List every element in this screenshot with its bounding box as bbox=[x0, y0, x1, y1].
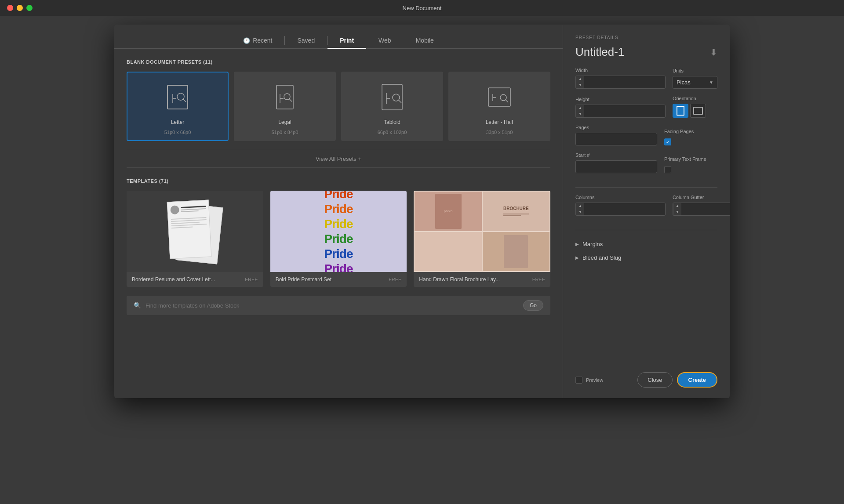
width-spinner[interactable]: ▲ ▼ bbox=[576, 76, 584, 88]
column-gutter-down[interactable]: ▼ bbox=[673, 209, 681, 215]
columns-spinner[interactable]: ▲ ▼ bbox=[576, 203, 584, 215]
search-icon: 🔍 bbox=[134, 302, 141, 309]
facing-pages-checkbox-group: ✓ bbox=[664, 138, 717, 145]
column-gutter-up[interactable]: ▲ bbox=[673, 203, 681, 209]
margins-collapsible[interactable]: ▶ Margins bbox=[575, 237, 717, 251]
width-up[interactable]: ▲ bbox=[576, 76, 584, 82]
svg-line-12 bbox=[506, 100, 508, 102]
columns-input[interactable]: 1 bbox=[584, 203, 665, 215]
pages-input[interactable]: 1 bbox=[576, 133, 657, 145]
preset-card-letter-half[interactable]: Letter - Half 33p0 x 51p0 bbox=[448, 72, 550, 141]
template-card-pride[interactable]: Pride Pride Pride Pride Pride Pride Bold… bbox=[270, 191, 407, 287]
form-group-height: Height ▲ ▼ 66p0 bbox=[575, 97, 666, 118]
preset-grid: Letter 51p0 x 66p0 bbox=[127, 72, 550, 141]
right-panel: PRESET DETAILS Untitled-1 ⬇ Width ▲ ▼ 51… bbox=[563, 25, 730, 398]
new-document-dialog: 🕐 Recent Saved Print Web Mobile bbox=[114, 25, 730, 398]
height-label: Height bbox=[575, 97, 666, 102]
preset-size-letter-half: 33p0 x 51p0 bbox=[486, 130, 513, 135]
tab-mobile[interactable]: Mobile bbox=[404, 33, 446, 48]
view-all-presets-button[interactable]: View All Presets + bbox=[127, 150, 550, 168]
save-preset-icon[interactable]: ⬇ bbox=[710, 47, 717, 58]
preset-title-row: Untitled-1 ⬇ bbox=[575, 45, 717, 59]
search-input[interactable] bbox=[146, 302, 519, 309]
template-card-resume[interactable]: Bordered Resume and Cover Lett... FREE bbox=[127, 191, 263, 287]
form-row-pages-facing: Pages 1 Facing Pages ✓ bbox=[575, 125, 717, 145]
bleed-slug-arrow-icon: ▶ bbox=[575, 255, 579, 260]
svg-rect-1 bbox=[167, 85, 188, 109]
preset-icon-legal bbox=[267, 80, 302, 115]
preset-card-letter[interactable]: Letter 51p0 x 66p0 bbox=[127, 72, 229, 141]
form-group-primary-text: Primary Text Frame bbox=[664, 156, 717, 173]
form-row-height-orientation: Height ▲ ▼ 66p0 Orientation bbox=[575, 96, 717, 118]
form-group-start: Start # 1 bbox=[575, 152, 657, 173]
preset-size-legal: 51p0 x 84p0 bbox=[272, 130, 298, 135]
height-down[interactable]: ▼ bbox=[576, 111, 584, 117]
search-go-button[interactable]: Go bbox=[523, 300, 543, 311]
column-gutter-spinner[interactable]: ▲ ▼ bbox=[673, 203, 681, 215]
title-bar: New Document bbox=[0, 0, 844, 16]
preset-label-tabloid: Tabloid bbox=[384, 119, 400, 125]
columns-down[interactable]: ▼ bbox=[576, 209, 584, 215]
divider-2 bbox=[575, 230, 717, 230]
preset-card-tabloid[interactable]: Tabloid 66p0 x 102p0 bbox=[341, 72, 443, 141]
width-label: Width bbox=[575, 68, 666, 73]
columns-up[interactable]: ▲ bbox=[576, 203, 584, 209]
bleed-slug-collapsible[interactable]: ▶ Bleed and Slug bbox=[575, 251, 717, 265]
create-button[interactable]: Create bbox=[677, 372, 717, 388]
portrait-icon bbox=[677, 106, 684, 116]
column-gutter-input[interactable]: 1p0 bbox=[681, 203, 730, 215]
content-area: BLANK DOCUMENT PRESETS (11) bbox=[114, 49, 563, 398]
tab-web[interactable]: Web bbox=[366, 33, 404, 48]
maximize-window-button[interactable] bbox=[26, 5, 33, 11]
template-footer-pride: Bold Pride Postcard Set FREE bbox=[270, 272, 407, 287]
preset-icon-letter bbox=[160, 80, 195, 115]
bleed-slug-label: Bleed and Slug bbox=[582, 254, 621, 261]
bottom-actions: Preview Close Create bbox=[575, 362, 717, 388]
template-name-floral: Hand Drawn Floral Brochure Lay... bbox=[419, 276, 500, 283]
minimize-window-button[interactable] bbox=[17, 5, 23, 11]
svg-point-5 bbox=[284, 94, 290, 100]
primary-text-checkbox-group bbox=[664, 166, 717, 173]
template-card-floral[interactable]: photo BROCHURE bbox=[414, 191, 550, 287]
column-gutter-label: Column Gutter bbox=[673, 195, 730, 200]
form-row-start-primary: Start # 1 Primary Text Frame bbox=[575, 152, 717, 173]
preview-group: Preview bbox=[575, 377, 603, 384]
tab-recent[interactable]: 🕐 Recent bbox=[231, 33, 284, 48]
template-footer-resume: Bordered Resume and Cover Lett... FREE bbox=[127, 272, 263, 287]
orientation-portrait-button[interactable] bbox=[673, 104, 688, 118]
preview-checkbox[interactable] bbox=[575, 377, 582, 384]
preset-label-legal: Legal bbox=[278, 119, 291, 125]
svg-rect-4 bbox=[276, 85, 293, 109]
height-input[interactable]: 66p0 bbox=[584, 105, 665, 117]
preview-label: Preview bbox=[586, 377, 603, 383]
tab-print[interactable]: Print bbox=[327, 33, 366, 48]
action-buttons: Close Create bbox=[637, 372, 717, 388]
units-select[interactable]: Picas ▼ bbox=[673, 76, 717, 89]
window-title: New Document bbox=[403, 5, 442, 11]
landscape-icon bbox=[693, 107, 703, 115]
start-hash-input[interactable]: 1 bbox=[576, 161, 657, 173]
pride-text: Pride Pride Pride Pride Pride Pride bbox=[324, 191, 353, 272]
preset-label-letter-half: Letter - Half bbox=[486, 119, 513, 125]
close-button[interactable]: Close bbox=[637, 372, 672, 388]
svg-line-9 bbox=[399, 100, 401, 103]
template-footer-floral: Hand Drawn Floral Brochure Lay... FREE bbox=[414, 272, 550, 287]
height-spinner[interactable]: ▲ ▼ bbox=[576, 105, 584, 117]
column-gutter-input-wrapper: ▲ ▼ 1p0 bbox=[673, 203, 730, 216]
close-window-button[interactable] bbox=[7, 5, 13, 11]
preset-card-legal[interactable]: Legal 51p0 x 84p0 bbox=[234, 72, 336, 141]
orientation-landscape-button[interactable] bbox=[690, 104, 706, 118]
form-group-orientation: Orientation bbox=[673, 96, 717, 118]
tab-recent-label: Recent bbox=[253, 37, 272, 44]
units-dropdown-arrow: ▼ bbox=[709, 80, 713, 85]
margins-label: Margins bbox=[582, 241, 603, 247]
width-down[interactable]: ▼ bbox=[576, 82, 584, 88]
primary-text-frame-checkbox[interactable] bbox=[664, 166, 671, 173]
preset-details-label: PRESET DETAILS bbox=[575, 35, 717, 40]
height-up[interactable]: ▲ bbox=[576, 105, 584, 111]
templates-header: TEMPLATES (71) bbox=[127, 178, 550, 184]
width-input[interactable]: 51p0 bbox=[584, 76, 665, 88]
tab-saved[interactable]: Saved bbox=[285, 33, 327, 48]
form-row-columns-gutter: Columns ▲ ▼ 1 Column Gutter ▲ ▼ bbox=[575, 195, 717, 216]
facing-pages-checkbox[interactable]: ✓ bbox=[664, 138, 671, 145]
